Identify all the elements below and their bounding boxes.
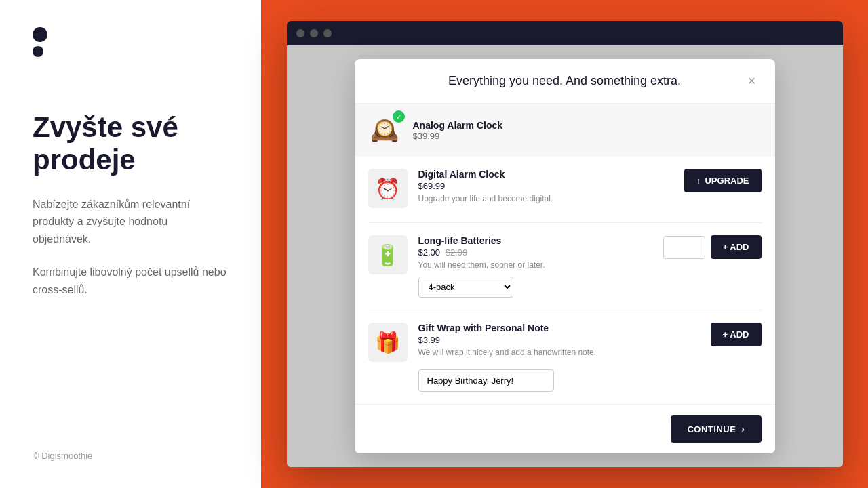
left-panel: Zvyšte své prodeje Nabízejte zákazníkům …	[0, 0, 261, 488]
selected-product-info: Analog Alarm Clock $39.99	[413, 120, 503, 141]
paragraph1: Nabízejte zákazníkům relevantní produkty…	[33, 196, 229, 248]
batteries-action: ▲ ▼ + ADD	[663, 235, 762, 259]
batteries-qty-input[interactable]	[664, 237, 705, 258]
digital-clock-action: ↑ UPGRADE	[684, 169, 762, 192]
gift-wrap-icon: 🎁	[368, 323, 408, 362]
browser-mockup: Everything you need. And something extra…	[287, 21, 843, 467]
upgrade-arrow-icon: ↑	[696, 176, 701, 186]
paragraph2: Kombinujte libovolný počet upsellů nebo …	[33, 264, 229, 298]
gift-wrap-add-button[interactable]: + ADD	[711, 323, 762, 346]
browser-dot-1	[296, 29, 304, 37]
gift-note-input[interactable]	[418, 369, 554, 392]
batteries-icon: 🔋	[368, 235, 408, 274]
selected-product: 🕰️ ✓ Analog Alarm Clock $39.99	[355, 104, 775, 157]
batteries-name: Long-life Batteries	[418, 235, 652, 246]
copyright: © Digismoothie	[33, 451, 92, 461]
gift-wrap-action: + ADD	[711, 323, 762, 346]
check-badge: ✓	[393, 110, 405, 123]
browser-content: Everything you need. And something extra…	[287, 45, 843, 467]
digital-clock-name: Digital Alarm Clock	[418, 169, 673, 180]
digital-clock-desc: Upgrade your life and become digital.	[418, 194, 673, 203]
upsell-item-batteries: 🔋 Long-life Batteries $2.00 $2.99 You wi…	[368, 223, 762, 310]
logo-dot-small	[33, 46, 43, 57]
batteries-original-price: $2.99	[446, 247, 468, 258]
browser-dot-2	[310, 29, 318, 37]
upgrade-button[interactable]: ↑ UPGRADE	[684, 169, 762, 192]
upsell-modal: Everything you need. And something extra…	[355, 59, 775, 453]
upsell-item-gift-wrap: 🎁 Gift Wrap with Personal Note $3.99 We …	[368, 310, 762, 404]
right-panel: Everything you need. And something extra…	[261, 0, 868, 488]
digital-clock-price: $69.99	[418, 181, 673, 191]
gift-wrap-name: Gift Wrap with Personal Note	[418, 323, 700, 333]
batteries-pack-select[interactable]: 4-pack 8-pack 12-pack	[418, 277, 513, 298]
close-button[interactable]: ×	[743, 72, 762, 91]
batteries-add-button[interactable]: + ADD	[711, 235, 762, 259]
logo	[33, 27, 229, 57]
selected-product-image: 🕰️ ✓	[368, 113, 402, 147]
selected-product-price: $39.99	[413, 131, 503, 141]
upgrade-label: UPGRADE	[705, 176, 749, 186]
batteries-desc: You will need them, sooner or later.	[418, 260, 652, 270]
browser-dot-3	[323, 29, 332, 37]
modal-footer: CONTINUE ›	[355, 404, 775, 453]
modal-header: Everything you need. And something extra…	[355, 59, 775, 104]
batteries-qty-control: ▲ ▼	[663, 236, 705, 259]
logo-dot-large	[33, 27, 47, 42]
browser-topbar	[287, 21, 843, 45]
gift-wrap-price: $3.99	[418, 335, 700, 345]
selected-product-name: Analog Alarm Clock	[413, 120, 503, 131]
gift-wrap-details: Gift Wrap with Personal Note $3.99 We wi…	[418, 323, 700, 392]
digital-clock-details: Digital Alarm Clock $69.99 Upgrade your …	[418, 169, 673, 210]
continue-button[interactable]: CONTINUE ›	[671, 415, 761, 443]
upsell-list: ⏰ Digital Alarm Clock $69.99 Upgrade you…	[355, 157, 775, 404]
upsell-item-digital-clock: ⏰ Digital Alarm Clock $69.99 Upgrade you…	[368, 157, 762, 223]
batteries-price: $2.00 $2.99	[418, 247, 652, 258]
headline: Zvyšte své prodeje	[33, 111, 229, 177]
modal-title: Everything you need. And something extra…	[448, 74, 681, 88]
gift-wrap-desc: We will wrap it nicely and add a handwri…	[418, 348, 700, 357]
batteries-details: Long-life Batteries $2.00 $2.99 You will…	[418, 235, 652, 298]
digital-clock-icon: ⏰	[368, 169, 408, 208]
continue-arrow-icon: ›	[741, 424, 745, 434]
continue-label: CONTINUE	[687, 424, 736, 434]
